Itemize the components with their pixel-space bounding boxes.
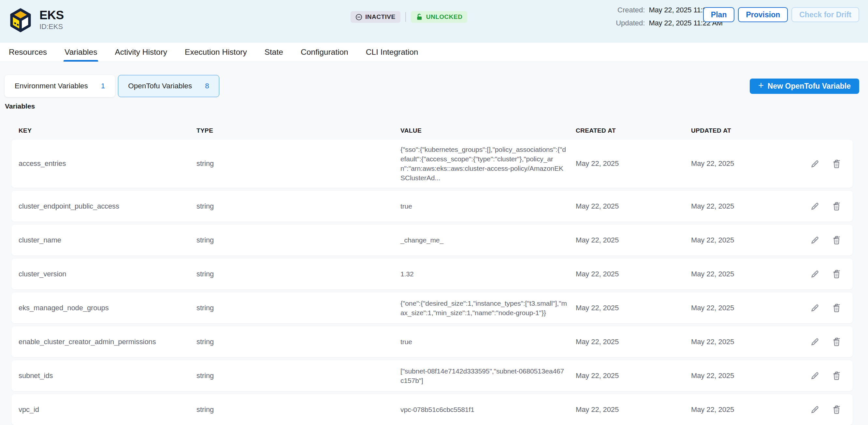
variable-updated-at: May 22, 2025 xyxy=(691,405,800,414)
trash-icon xyxy=(832,269,842,279)
tab-execution-history[interactable]: Execution History xyxy=(176,43,256,62)
variables-subtab-row: Environment Variables 1 OpenTofu Variabl… xyxy=(5,75,859,97)
pencil-icon xyxy=(810,337,820,347)
variable-type: string xyxy=(196,338,400,346)
unlocked-icon xyxy=(416,13,423,21)
variable-key: enable_cluster_creator_admin_permissions xyxy=(19,338,196,346)
tab-cli-integration[interactable]: CLI Integration xyxy=(357,43,427,62)
page-title: EKS xyxy=(39,9,64,22)
variable-updated-at: May 22, 2025 xyxy=(691,236,800,244)
variable-type: string xyxy=(196,371,400,380)
variable-updated-at: May 22, 2025 xyxy=(691,202,800,211)
tab-activity-history[interactable]: Activity History xyxy=(106,43,176,62)
variable-created-at: May 22, 2025 xyxy=(576,371,691,380)
main-content: Environment Variables 1 OpenTofu Variabl… xyxy=(0,75,868,425)
variable-created-at: May 22, 2025 xyxy=(576,202,691,211)
status-badge: INACTIVE xyxy=(350,11,400,23)
edit-variable-button[interactable] xyxy=(810,303,820,313)
status-badges: INACTIVE UNLOCKED xyxy=(350,11,467,23)
tab-variables[interactable]: Variables xyxy=(56,43,106,62)
app-root: EKS ID:EKS INACTIVE UNLOCKED Create xyxy=(0,0,868,425)
row-actions xyxy=(810,404,845,415)
row-actions xyxy=(810,235,845,245)
new-opentofu-variable-button[interactable]: + New OpenTofu Variable xyxy=(750,79,859,94)
provision-button[interactable]: Provision xyxy=(738,7,788,22)
variable-value: {"one":{"desired_size":1,"instance_types… xyxy=(400,299,575,317)
delete-variable-button[interactable] xyxy=(832,337,842,347)
pencil-icon xyxy=(810,201,820,211)
table-row: cluster_version string 1.32 May 22, 2025… xyxy=(11,259,853,290)
plus-icon: + xyxy=(758,81,764,90)
variable-value: true xyxy=(400,202,575,211)
badge-divider xyxy=(405,12,406,22)
edit-variable-button[interactable] xyxy=(810,201,820,211)
variables-table-body: access_entries string {"sso":{"kubernete… xyxy=(11,140,853,425)
row-actions xyxy=(810,269,845,279)
delete-variable-button[interactable] xyxy=(832,159,842,169)
new-opentofu-variable-label: New OpenTofu Variable xyxy=(768,82,851,91)
pencil-icon xyxy=(810,303,820,313)
delete-variable-button[interactable] xyxy=(832,303,842,313)
opentofu-cube-icon xyxy=(9,7,32,33)
delete-variable-button[interactable] xyxy=(832,235,842,245)
pencil-icon xyxy=(810,159,820,169)
updated-label: Updated: xyxy=(616,19,645,27)
environment-id: ID:EKS xyxy=(39,23,64,31)
variable-value: {"sso":{"kubernetes_groups":[],"policy_a… xyxy=(400,145,575,183)
variable-key: subnet_ids xyxy=(19,371,196,380)
plan-button[interactable]: Plan xyxy=(703,7,735,22)
edit-variable-button[interactable] xyxy=(810,404,820,415)
edit-variable-button[interactable] xyxy=(810,371,820,381)
table-row: subnet_ids string ["subnet-08f14e7142d33… xyxy=(11,360,853,391)
variable-key: cluster_version xyxy=(19,270,196,278)
delete-variable-button[interactable] xyxy=(832,269,842,279)
variable-created-at: May 22, 2025 xyxy=(576,405,691,414)
delete-variable-button[interactable] xyxy=(832,371,842,381)
variable-updated-at: May 22, 2025 xyxy=(691,371,800,380)
column-header-updated-at: UPDATED AT xyxy=(691,127,800,134)
variable-updated-at: May 22, 2025 xyxy=(691,159,800,168)
row-actions xyxy=(810,303,845,313)
delete-variable-button[interactable] xyxy=(832,201,842,211)
edit-variable-button[interactable] xyxy=(810,269,820,279)
tab-state[interactable]: State xyxy=(256,43,292,62)
pencil-icon xyxy=(810,371,820,381)
variable-updated-at: May 22, 2025 xyxy=(691,304,800,312)
edit-variable-button[interactable] xyxy=(810,235,820,245)
table-row: eks_managed_node_groups string {"one":{"… xyxy=(11,292,853,323)
tab-resources[interactable]: Resources xyxy=(0,43,56,62)
variable-key: eks_managed_node_groups xyxy=(19,304,196,312)
variable-created-at: May 22, 2025 xyxy=(576,270,691,278)
environment-header: EKS ID:EKS INACTIVE UNLOCKED Create xyxy=(0,0,868,43)
variable-value: true xyxy=(400,337,575,346)
tab-bar: Resources Variables Activity History Exe… xyxy=(0,43,868,62)
created-label: Created: xyxy=(616,6,645,14)
check-for-drift-button[interactable]: Check for Drift xyxy=(792,7,859,22)
column-header-type: TYPE xyxy=(196,127,400,134)
trash-icon xyxy=(832,337,842,347)
table-header-row: KEY TYPE VALUE CREATED AT UPDATED AT xyxy=(11,122,853,140)
opentofu-logo xyxy=(9,7,32,34)
tab-configuration[interactable]: Configuration xyxy=(292,43,357,62)
environment-variables-count: 1 xyxy=(101,82,105,90)
variable-type: string xyxy=(196,202,400,211)
trash-icon xyxy=(832,201,842,211)
subtab-environment-variables-label: Environment Variables xyxy=(15,82,88,90)
variable-key: access_entries xyxy=(19,159,196,168)
column-header-value: VALUE xyxy=(400,127,576,134)
subtab-opentofu-variables[interactable]: OpenTofu Variables 8 xyxy=(118,75,219,97)
variable-value: vpc-078b51c6cbc5581f1 xyxy=(400,405,575,414)
trash-icon xyxy=(832,235,842,245)
delete-variable-button[interactable] xyxy=(832,404,842,415)
row-actions xyxy=(810,201,845,211)
variable-updated-at: May 22, 2025 xyxy=(691,338,800,346)
subtab-environment-variables[interactable]: Environment Variables 1 xyxy=(5,75,115,97)
edit-variable-button[interactable] xyxy=(810,337,820,347)
variable-created-at: May 22, 2025 xyxy=(576,159,691,168)
circle-minus-icon xyxy=(355,14,362,21)
variable-value: 1.32 xyxy=(400,269,575,279)
variable-type: string xyxy=(196,304,400,312)
row-actions xyxy=(810,337,845,347)
edit-variable-button[interactable] xyxy=(810,159,820,169)
variable-key: cluster_name xyxy=(19,236,196,244)
